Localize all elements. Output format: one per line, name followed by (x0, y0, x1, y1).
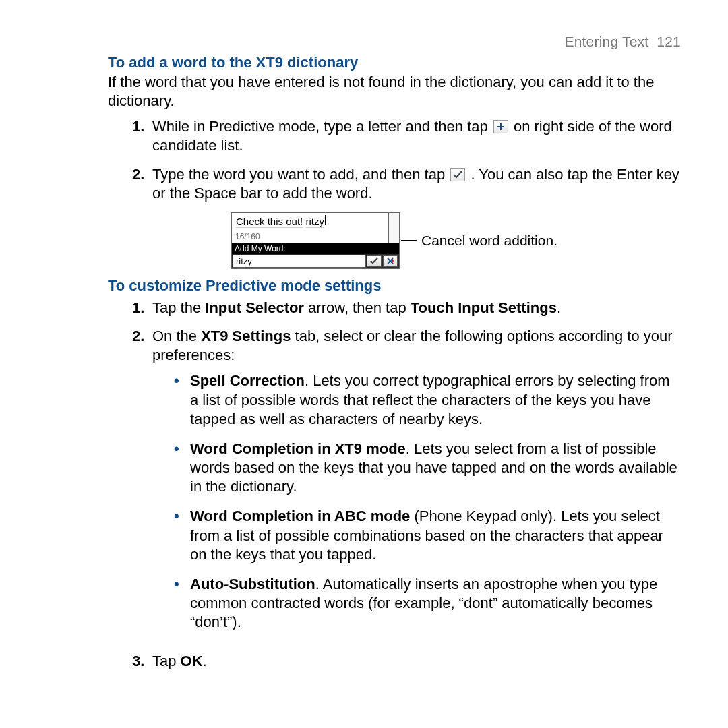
figure-add-word: Check this out! ritzy 16/160 Add My Word… (108, 212, 681, 269)
customize-steps: 1. Tap the Input Selector arrow, then ta… (132, 299, 681, 671)
bullet-icon: • (174, 507, 190, 564)
option-auto-substitution: • Auto-Substitution. Automatically inser… (174, 575, 681, 632)
step-2: 2. On the XT9 Settings tab, select or cl… (132, 327, 681, 642)
confirm-button (367, 255, 382, 267)
add-word-row: ritzy (231, 254, 400, 269)
cancel-button (383, 255, 398, 267)
heading-add-word: To add a word to the XT9 dictionary (108, 54, 681, 71)
heading-customize: To customize Predictive mode settings (108, 277, 681, 295)
step-body: While in Predictive mode, type a letter … (152, 117, 681, 155)
bullet-icon: • (174, 575, 190, 632)
option-word-completion-abc: • Word Completion in ABC mode (Phone Key… (174, 507, 681, 564)
step-1: 1. While in Predictive mode, type a lett… (132, 117, 681, 155)
step-body: Tap OK. (152, 652, 681, 671)
t: Word Completion in ABC mode (190, 508, 410, 524)
running-header: Entering Text 121 (108, 34, 681, 50)
callout-line (401, 240, 417, 241)
step-body: Type the word you want to add, and then … (152, 165, 681, 203)
step-2: 2. Type the word you want to add, and th… (132, 165, 681, 203)
step-number: 1. (132, 299, 152, 317)
t: arrow, then tap (308, 299, 406, 316)
add-word-field: ritzy (233, 255, 366, 268)
add-word-header: Add My Word: (231, 243, 400, 254)
page-number: 121 (657, 34, 681, 49)
step-number: 2. (132, 327, 152, 642)
t: Tap the (152, 299, 205, 316)
t: OK (181, 653, 203, 669)
t: Spell Correction (190, 372, 305, 389)
bullet-icon: • (174, 371, 190, 428)
add-word-steps: 1. While in Predictive mode, type a lett… (132, 117, 681, 203)
t: . (557, 299, 561, 316)
t: Tap (152, 653, 181, 669)
t: Auto-Substitution (190, 576, 315, 593)
message-textarea: Check this out! ritzy 16/160 (231, 212, 400, 243)
t: XT9 Settings (201, 328, 291, 344)
scrollbar (388, 213, 399, 243)
text: While in Predictive mode, type a letter … (152, 118, 492, 135)
callout: Cancel word addition. (401, 233, 557, 249)
callout-label: Cancel word addition. (421, 233, 557, 249)
plus-icon (493, 120, 508, 133)
message-text: Check this out! (236, 216, 303, 227)
check-icon (450, 168, 465, 181)
step-body: Tap the Input Selector arrow, then tap T… (152, 299, 681, 317)
t: Word Completion in XT9 mode (190, 440, 406, 457)
step-number: 2. (132, 165, 152, 203)
phone-mockup: Check this out! ritzy 16/160 Add My Word… (231, 212, 400, 269)
t: Input Selector (205, 299, 304, 316)
svg-rect-2 (392, 260, 394, 262)
t: On the (152, 328, 201, 344)
char-counter: 16/160 (235, 232, 260, 241)
intro-paragraph: If the word that you have entered is not… (108, 73, 681, 111)
step-number: 1. (132, 117, 152, 155)
section-name: Entering Text (564, 34, 648, 49)
option-spell-correction: • Spell Correction. Lets you correct typ… (174, 371, 681, 428)
bullet-icon: • (174, 439, 190, 496)
text: Type the word you want to add, and then … (152, 166, 449, 183)
manual-page: Entering Text 121 To add a word to the X… (0, 0, 728, 707)
step-body: On the XT9 Settings tab, select or clear… (152, 327, 681, 642)
message-new-word: ritzy (305, 216, 324, 227)
step-1: 1. Tap the Input Selector arrow, then ta… (132, 299, 681, 317)
text-cursor (325, 215, 326, 225)
t: Touch Input Settings (411, 299, 557, 316)
step-3: 3. Tap OK. (132, 652, 681, 671)
t: . (203, 653, 207, 669)
options-list: • Spell Correction. Lets you correct typ… (174, 371, 681, 632)
option-word-completion-xt9: • Word Completion in XT9 mode. Lets you … (174, 439, 681, 496)
step-number: 3. (132, 652, 152, 671)
